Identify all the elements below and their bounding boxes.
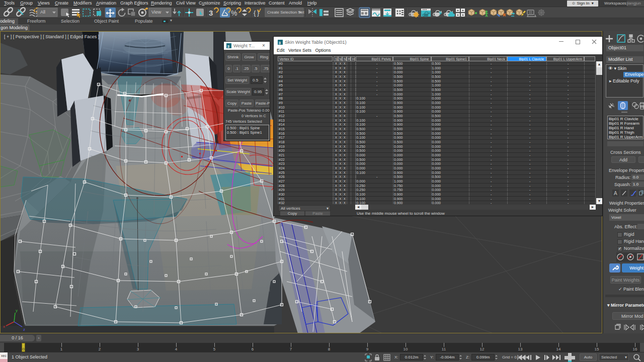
svg-text:[ + ] [ Perspective ] [ Standa: [ + ] [ Perspective ] [ Standard ] [ Edg… (4, 34, 99, 39)
svg-text:A: A (614, 191, 617, 196)
svg-text:3: 3 (279, 41, 281, 45)
svg-text:3: 3 (209, 9, 213, 17)
svg-text:x: x (3, 324, 5, 329)
svg-text:y: y (16, 308, 18, 313)
svg-text:%: % (231, 9, 237, 17)
svg-text:3: 3 (227, 44, 230, 49)
svg-text:View: View (151, 10, 162, 15)
svg-text:z: z (23, 327, 25, 332)
svg-text:Create Selection Set: Create Selection Set (267, 10, 304, 15)
svg-text:All: All (40, 10, 45, 15)
svg-text:{ }: { } (254, 9, 260, 17)
